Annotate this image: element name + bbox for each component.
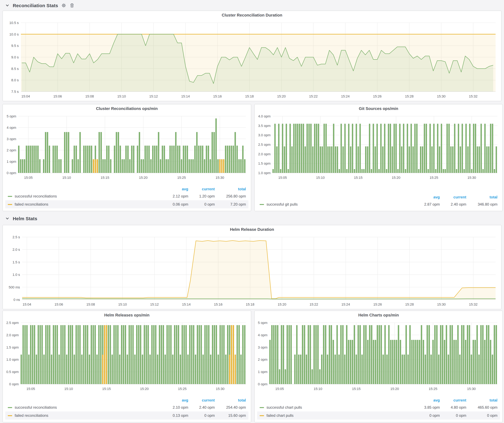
- legend-series-label[interactable]: failed reconciliations: [15, 413, 48, 418]
- legend-value: 3.85 opm: [413, 405, 440, 410]
- chevron-down-icon[interactable]: [4, 2, 10, 8]
- trash-icon[interactable]: [69, 2, 75, 8]
- legend-series-label[interactable]: successful chart pulls: [266, 405, 302, 410]
- legend-row: successful reconciliations2.10 opm2.40 o…: [5, 403, 248, 411]
- helm-release-duration-chart[interactable]: 0 ns500 ms1.0 s1.5 s2.0 s2.5 s15:0415:06…: [3, 233, 501, 308]
- svg-text:15:20: 15:20: [390, 387, 399, 391]
- series-color-dash: [8, 407, 12, 408]
- svg-text:15:25: 15:25: [430, 176, 438, 180]
- svg-text:15:20: 15:20: [277, 94, 286, 98]
- panel-title[interactable]: Git Sources ops/min: [255, 106, 503, 111]
- svg-text:15:12: 15:12: [149, 94, 158, 98]
- svg-text:1.5 opm: 1.5 opm: [258, 162, 271, 165]
- legend-value: 465.60 opm: [466, 405, 498, 410]
- svg-text:15:08: 15:08: [85, 94, 94, 98]
- legend-sort-total[interactable]: total: [466, 398, 498, 402]
- legend-sort-total[interactable]: total: [215, 398, 246, 402]
- legend-value: 7.20 opm: [215, 202, 246, 206]
- legend-row: failed reconciliations0.13 opm0 opm15.60…: [5, 411, 248, 420]
- svg-text:2 opm: 2 opm: [7, 148, 16, 152]
- section-header-reconciliation-stats[interactable]: Reconciliation Stats: [4, 1, 75, 9]
- svg-text:15:28: 15:28: [405, 302, 414, 306]
- section-title: Helm Stats: [13, 216, 37, 221]
- chevron-down-icon[interactable]: [4, 216, 10, 221]
- series-color-dash: [260, 204, 264, 205]
- svg-text:15:24: 15:24: [342, 302, 350, 306]
- helm-releases-chart[interactable]: 0 opm0.5 opm1.0 opm1.5 opm2.0 opm2.5 opm…: [3, 319, 250, 392]
- svg-text:15:05: 15:05: [24, 176, 33, 180]
- svg-text:15:28: 15:28: [405, 94, 414, 98]
- panel-title[interactable]: Cluster Reconciliations ops/min: [3, 106, 251, 111]
- svg-text:10.0 s: 10.0 s: [9, 32, 19, 36]
- svg-text:15:10: 15:10: [118, 302, 127, 306]
- legend-series-label[interactable]: successful git pulls: [266, 202, 298, 206]
- svg-text:1.0 opm: 1.0 opm: [258, 171, 271, 175]
- svg-text:5 opm: 5 opm: [258, 321, 267, 325]
- legend-sort-current[interactable]: current: [188, 398, 215, 402]
- legend-value: 0.13 opm: [162, 413, 188, 418]
- svg-text:15:06: 15:06: [54, 302, 63, 306]
- svg-text:0 opm: 0 opm: [9, 382, 19, 386]
- legend-series-label[interactable]: failed reconciliations: [15, 202, 48, 206]
- svg-text:15:18: 15:18: [245, 94, 254, 98]
- cluster-reconciliations-chart[interactable]: 0 opm1 opm2 opm3 opm4 opm5 opm15:0515:10…: [3, 112, 250, 181]
- svg-text:15:14: 15:14: [181, 94, 190, 98]
- svg-text:15:18: 15:18: [246, 302, 254, 306]
- svg-text:4 opm: 4 opm: [7, 126, 16, 129]
- legend-value: 2.12 opm: [162, 194, 188, 198]
- panel-title[interactable]: Helm Charts ops/min: [255, 313, 503, 317]
- panel-cluster-reconciliation-duration: Cluster Reconciliation Duration 7.5 s8.0…: [2, 11, 502, 101]
- svg-text:9.5 s: 9.5 s: [11, 44, 19, 48]
- svg-text:1.0 s: 1.0 s: [12, 273, 20, 276]
- legend-sort-current[interactable]: current: [188, 187, 215, 191]
- helm-charts-chart[interactable]: 0 opm1 opm2 opm3 opm4 opm5 opm15:0515:10…: [255, 319, 502, 392]
- svg-text:8.5 s: 8.5 s: [11, 67, 19, 71]
- legend-sort-avg[interactable]: avg: [413, 398, 440, 402]
- svg-text:15:20: 15:20: [139, 176, 148, 180]
- svg-text:5 opm: 5 opm: [7, 114, 16, 118]
- svg-text:15:30: 15:30: [216, 387, 224, 391]
- git-sources-chart[interactable]: 1.0 opm1.5 opm2.0 opm2.5 opm3.0 opm3.5 o…: [255, 112, 502, 181]
- svg-text:15:05: 15:05: [275, 387, 284, 391]
- svg-text:15:10: 15:10: [117, 94, 126, 98]
- legend-value: 2.40 opm: [440, 202, 466, 206]
- svg-text:2.0 opm: 2.0 opm: [258, 152, 271, 156]
- legend-value: 1.20 opm: [188, 194, 215, 198]
- svg-text:15:25: 15:25: [178, 387, 186, 391]
- svg-text:15:05: 15:05: [278, 176, 287, 180]
- legend-value: 254.40 opm: [215, 405, 246, 410]
- svg-text:15:26: 15:26: [373, 94, 382, 98]
- section-header-helm-stats[interactable]: Helm Stats: [4, 214, 37, 222]
- svg-text:0.5 opm: 0.5 opm: [6, 370, 19, 374]
- legend-sort-total[interactable]: total: [466, 195, 498, 199]
- svg-text:7.5 s: 7.5 s: [11, 90, 19, 94]
- legend-value: 15.60 opm: [215, 413, 246, 418]
- legend-sort-current[interactable]: current: [440, 398, 466, 402]
- svg-text:15:22: 15:22: [309, 94, 318, 98]
- svg-text:15:30: 15:30: [467, 176, 476, 180]
- legend-row: successful git pulls2.87 opm2.40 opm346.…: [257, 200, 500, 208]
- cluster-reconciliation-duration-chart[interactable]: 7.5 s8.0 s8.5 s9.0 s9.5 s10.0 s10.5 s15:…: [3, 19, 501, 100]
- legend-sort-total[interactable]: total: [215, 187, 246, 191]
- legend-series-label[interactable]: failed chart pulls: [266, 413, 294, 418]
- panel-title[interactable]: Helm Releases ops/min: [3, 313, 251, 317]
- panel-title[interactable]: Helm Release Duration: [3, 227, 501, 232]
- svg-text:2.5 opm: 2.5 opm: [258, 143, 271, 147]
- legend: avgcurrenttotalsuccessful reconciliation…: [5, 397, 248, 420]
- panel-title[interactable]: Cluster Reconciliation Duration: [3, 13, 501, 18]
- legend-sort-avg[interactable]: avg: [413, 195, 440, 199]
- legend-value: 0.06 opm: [162, 202, 188, 206]
- series-color-dash: [8, 196, 12, 197]
- legend-sort-current[interactable]: current: [440, 195, 466, 199]
- gear-icon[interactable]: [61, 2, 66, 8]
- series-color-dash: [260, 415, 264, 416]
- svg-text:15:10: 15:10: [316, 176, 325, 180]
- legend-series-label[interactable]: successful reconciliations: [15, 405, 57, 410]
- series-color-dash: [8, 415, 12, 416]
- series-color-dash: [260, 407, 264, 408]
- svg-text:15:24: 15:24: [341, 94, 349, 98]
- legend-sort-avg[interactable]: avg: [162, 398, 188, 402]
- legend-series-label[interactable]: successful reconciliations: [15, 194, 57, 198]
- svg-text:15:10: 15:10: [314, 387, 322, 391]
- legend-sort-avg[interactable]: avg: [162, 187, 188, 191]
